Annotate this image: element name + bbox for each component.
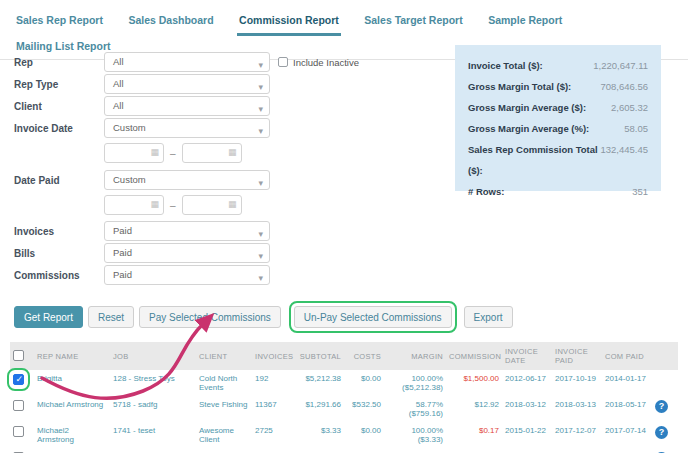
export-button[interactable]: Export (464, 306, 513, 328)
date-paid-select[interactable]: Custom ▾ (104, 170, 270, 190)
cell-com-paid: 2014-01-17 (602, 370, 652, 396)
date-paid-to-input[interactable]: ▦ (182, 195, 242, 215)
invoice-date-select[interactable]: Custom ▾ (104, 118, 270, 138)
unpay-selected-commissions-button[interactable]: Un-Pay Selected Commissions (294, 306, 452, 328)
cell-client[interactable]: Cold North Events (196, 370, 252, 396)
summary-row-gross-margin-avg-dollar: Gross Margin Average ($): 2,605.32 (468, 97, 648, 118)
summary-value: 351 (632, 181, 648, 202)
header-subtotal: SUBTOTAL (294, 342, 344, 370)
summary-label: Sales Rep Commission Total ($): (468, 139, 600, 181)
rep-type-select[interactable]: All ▾ (104, 74, 270, 94)
cell-job[interactable]: 5694 - test (110, 448, 196, 453)
chevron-down-icon: ▾ (258, 269, 263, 287)
include-inactive-wrap: Include Inactive (278, 57, 359, 68)
row-checkbox[interactable] (13, 400, 24, 411)
cell-rep-name[interactable]: Michael Armstrong (34, 396, 110, 422)
table-row: Michael Armstrong 5718 - sadfg Steve Fis… (10, 396, 678, 422)
cell-client[interactable]: Awesome Client (196, 422, 252, 448)
cell-client[interactable]: Steve Fishing (196, 396, 252, 422)
summary-value: 708,646.56 (600, 76, 648, 97)
summary-value: 1,220,647.11 (593, 55, 648, 76)
invoice-date-from-input[interactable]: ▦ (104, 143, 164, 163)
cell-commission: $0.17 (446, 422, 502, 448)
table-row: Brigitta 128 - Stress Toys Cold North Ev… (10, 370, 678, 396)
cell-invoice-paid: 2017-10-19 (552, 370, 602, 396)
tab-sample-report[interactable]: Sample Report (486, 10, 564, 33)
row-checkbox[interactable] (13, 374, 24, 385)
header-invoices: INVOICES (252, 342, 294, 370)
header-help-cell (652, 342, 678, 370)
header-commission: COMMISSION (446, 342, 502, 370)
chevron-down-icon: ▾ (258, 225, 263, 243)
cell-com-paid: 2018-05-17 (602, 396, 652, 422)
cell-subtotal: $1,291.66 (294, 396, 344, 422)
cell-margin: 100.00% ($5,212.38) (384, 370, 446, 396)
tab-sales-rep-report[interactable]: Sales Rep Report (14, 10, 105, 33)
cell-rep-name[interactable]: Michael2 Armstrong (34, 422, 110, 448)
invoices-select[interactable]: Paid ▾ (104, 221, 270, 241)
summary-label: Gross Margin Total ($): (468, 76, 571, 97)
cell-rep-name[interactable]: Michael Armstrong (34, 448, 110, 453)
summary-row-num-rows: # Rows: 351 (468, 181, 648, 202)
cell-margin: 100.00% ($3.33) (384, 422, 446, 448)
cell-invoice-date: 2012-06-17 (502, 370, 552, 396)
summary-row-invoice-total: Invoice Total ($): 1,220,647.11 (468, 55, 648, 76)
filter-row-rep-type: Rep Type All ▾ (14, 74, 270, 94)
date-paid-select-value: Custom (113, 174, 146, 185)
chevron-down-icon: ▾ (258, 78, 263, 96)
rep-type-label: Rep Type (14, 79, 104, 90)
cell-invoices[interactable]: 2725 (252, 422, 294, 448)
commissions-label: Commissions (14, 270, 104, 281)
cell-commission: $0.00 (446, 448, 502, 453)
bills-select-value: Paid (113, 247, 132, 258)
filter-row-commissions: Commissions Paid ▾ (14, 265, 270, 285)
cell-client[interactable]: Bob's Fishing (196, 448, 252, 453)
cell-commission: $12.92 (446, 396, 502, 422)
filter-row-client: Client All ▾ (14, 96, 270, 116)
select-all-checkbox[interactable] (13, 350, 24, 361)
cell-subtotal: $795.68 (294, 448, 344, 453)
client-select[interactable]: All ▾ (104, 96, 270, 116)
header-rep-name: REP NAME (34, 342, 110, 370)
invoices-select-value: Paid (113, 225, 132, 236)
header-invoice-paid: INVOICE PAID (552, 342, 602, 370)
cell-invoices[interactable]: 11367 (252, 396, 294, 422)
commissions-select[interactable]: Paid ▾ (104, 265, 270, 285)
rep-select[interactable]: All ▾ (104, 52, 270, 72)
filter-row-date-paid: Date Paid Custom ▾ (14, 170, 270, 190)
help-icon[interactable] (655, 426, 668, 439)
date-paid-range: ▦ – ▦ (104, 195, 242, 215)
filter-row-invoices: Invoices Paid ▾ (14, 221, 270, 241)
reset-button[interactable]: Reset (88, 306, 134, 328)
cell-costs: $532.50 (344, 396, 384, 422)
get-report-button[interactable]: Get Report (14, 306, 83, 328)
date-range-separator: – (170, 200, 176, 211)
bills-select[interactable]: Paid ▾ (104, 243, 270, 263)
cell-invoice-paid: 2018-05-23 (552, 448, 602, 453)
header-margin: MARGIN (384, 342, 446, 370)
table-row: Michael2 Armstrong 1741 - teset Awesome … (10, 422, 678, 448)
invoice-date-label: Invoice Date (14, 123, 104, 134)
cell-subtotal: $5,212.38 (294, 370, 344, 396)
tab-sales-dashboard[interactable]: Sales Dashboard (126, 10, 215, 33)
cell-job[interactable]: 128 - Stress Toys (110, 370, 196, 396)
tab-commission-report[interactable]: Commission Report (237, 10, 341, 36)
summary-label: Gross Margin Average (%): (468, 118, 589, 139)
cell-invoices[interactable]: 192 (252, 370, 294, 396)
date-range-separator: – (170, 148, 176, 159)
cell-job[interactable]: 5718 - sadfg (110, 396, 196, 422)
date-paid-from-input[interactable]: ▦ (104, 195, 164, 215)
commission-table: REP NAME JOB CLIENT INVOICES SUBTOTAL CO… (10, 342, 678, 453)
row-checkbox[interactable] (13, 426, 24, 437)
help-icon[interactable] (655, 400, 668, 413)
include-inactive-checkbox[interactable] (278, 57, 288, 67)
cell-rep-name[interactable]: Brigitta (34, 370, 110, 396)
cell-costs: $225.47 (344, 448, 384, 453)
cell-job[interactable]: 1741 - teset (110, 422, 196, 448)
invoice-date-to-input[interactable]: ▦ (182, 143, 242, 163)
tab-sales-target-report[interactable]: Sales Target Report (362, 10, 464, 33)
pay-selected-commissions-button[interactable]: Pay Selected Commissions (139, 306, 281, 328)
cell-invoices[interactable]: 13063 (252, 448, 294, 453)
cell-invoice-date: 2015-01-22 (502, 422, 552, 448)
header-job: JOB (110, 342, 196, 370)
